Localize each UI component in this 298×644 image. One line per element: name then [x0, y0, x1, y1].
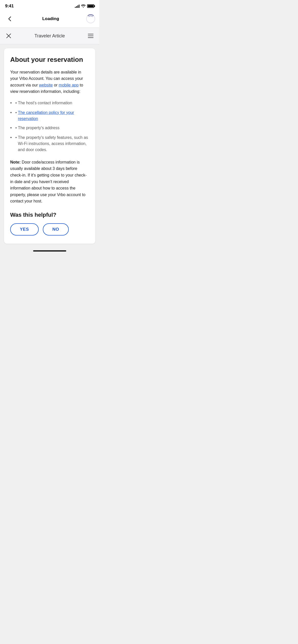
article-body-intro: Your reservation details are available i… — [10, 69, 89, 95]
cancellation-policy-link[interactable]: The cancellation policy for your reserva… — [18, 110, 89, 122]
list-item: • The property's safety features, such a… — [10, 135, 89, 153]
note-label: Note: — [10, 160, 21, 164]
loading-indicator — [86, 14, 95, 23]
status-icons — [75, 4, 94, 8]
helpful-section: Was this helpful? YES NO — [10, 212, 89, 236]
article-card: About your reservation Your reservation … — [4, 48, 95, 244]
signal-icon — [75, 4, 79, 8]
no-button[interactable]: NO — [43, 223, 69, 236]
list-item-text: The host's contact information — [18, 100, 72, 106]
battery-icon — [87, 4, 94, 8]
mobile-app-link[interactable]: mobile app — [59, 83, 78, 87]
list-item-text: The property's safety features, such as … — [18, 135, 89, 153]
close-button[interactable] — [4, 31, 13, 40]
status-bar: 9:41 — [0, 0, 99, 11]
hamburger-menu-button[interactable] — [86, 31, 95, 40]
bullet-dot: • — [15, 110, 18, 116]
back-button[interactable] — [4, 13, 15, 24]
article-header-title: Traveler Article — [13, 33, 86, 39]
list-item-text: The property's address — [18, 125, 59, 131]
yes-button[interactable]: YES — [10, 223, 39, 236]
home-bar — [33, 250, 66, 252]
note-text: Door code/access information is usually … — [10, 160, 87, 203]
bullet-dot: • — [15, 135, 18, 141]
content-area: About your reservation Your reservation … — [0, 44, 99, 248]
status-time: 9:41 — [5, 4, 14, 9]
note-section: Note: Door code/access information is us… — [10, 159, 89, 204]
helpful-buttons: YES NO — [10, 223, 89, 236]
bullet-dot: • — [15, 100, 18, 106]
nav-bar: Loading — [0, 11, 99, 28]
bullet-list: • The host's contact information • The c… — [10, 100, 89, 153]
list-item: • The property's address — [10, 125, 89, 131]
bullet-dot: • — [15, 125, 18, 131]
website-link[interactable]: website — [39, 83, 53, 87]
hamburger-line-3 — [88, 37, 93, 38]
article-title: About your reservation — [10, 55, 89, 64]
hamburger-line-1 — [88, 34, 93, 34]
article-header-bar: Traveler Article — [0, 28, 99, 44]
wifi-icon — [81, 4, 86, 8]
body-text-2: or — [53, 83, 59, 87]
nav-title: Loading — [15, 16, 86, 21]
helpful-title: Was this helpful? — [10, 212, 89, 218]
list-item: • The cancellation policy for your reser… — [10, 110, 89, 122]
home-indicator — [0, 248, 99, 253]
hamburger-line-2 — [88, 36, 93, 36]
list-item: • The host's contact information — [10, 100, 89, 107]
